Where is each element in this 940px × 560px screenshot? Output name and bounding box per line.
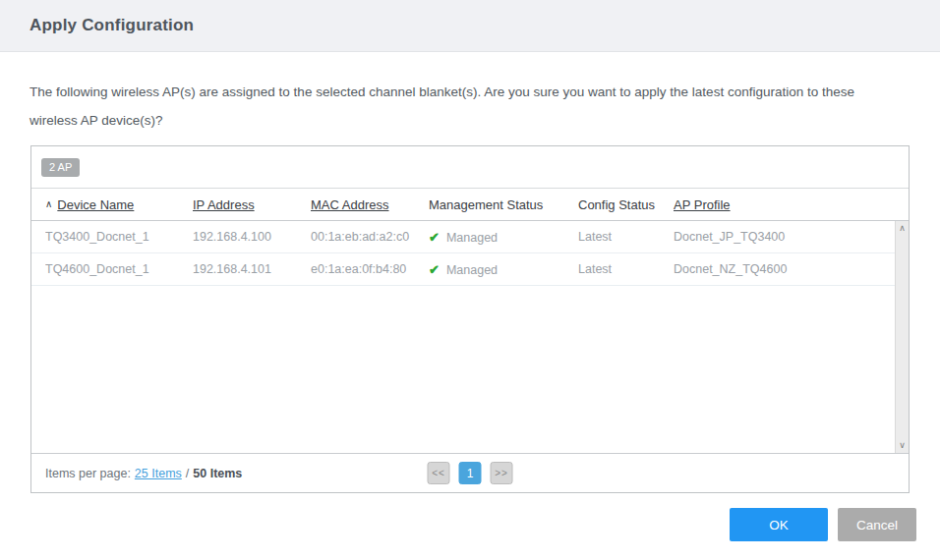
column-header-label: Management Status (429, 197, 543, 212)
cancel-button[interactable]: Cancel (838, 508, 916, 541)
column-header-label: Config Status (578, 197, 655, 212)
next-page-button[interactable]: >> (491, 462, 513, 484)
ip-address-cell: 192.168.4.101 (193, 262, 311, 276)
table-row[interactable]: TQ3400_Docnet_1 192.168.4.100 00:1a:eb:a… (31, 221, 909, 253)
column-header-label: MAC Address (311, 197, 388, 212)
ok-button[interactable]: OK (730, 508, 828, 541)
confirmation-message: The following wireless AP(s) are assigne… (29, 78, 895, 135)
device-name-cell: TQ3400_Docnet_1 (45, 230, 193, 244)
management-status-cell: ✔Managed (429, 262, 578, 277)
ip-address-cell: 192.168.4.100 (193, 230, 311, 244)
sort-asc-icon: ∧ (45, 198, 52, 209)
table-row[interactable]: TQ4600_Docnet_1 192.168.4.101 e0:1a:ea:0… (31, 253, 909, 286)
dialog-actions: OK Cancel (730, 508, 916, 541)
page-title: Apply Configuration (29, 16, 194, 35)
management-status-text: Managed (446, 263, 498, 277)
scroll-down-icon[interactable]: ∨ (899, 441, 906, 450)
device-name-cell: TQ4600_Docnet_1 (45, 262, 193, 276)
column-header-label: Device Name (57, 197, 134, 212)
managed-check-icon: ✔ (429, 262, 440, 277)
current-page-button[interactable]: 1 (459, 462, 482, 484)
column-header-label: IP Address (193, 197, 255, 212)
table-body: TQ3400_Docnet_1 192.168.4.100 00:1a:eb:a… (31, 221, 909, 453)
total-items-label: 50 Items (193, 467, 242, 480)
column-header-label: AP Profile (674, 197, 731, 212)
ap-profile-cell: Docnet_JP_TQ3400 (674, 230, 893, 244)
mac-address-cell: 00:1a:eb:ad:a2:c0 (311, 230, 429, 244)
column-header-config-status: Config Status (578, 197, 674, 212)
column-header-device-name[interactable]: ∧ Device Name (45, 197, 193, 212)
column-header-management-status: Management Status (429, 197, 578, 212)
dialog-title-bar: Apply Configuration (0, 0, 940, 52)
column-header-ap-profile[interactable]: AP Profile (674, 197, 909, 212)
items-per-page-link[interactable]: 25 Items (135, 467, 182, 480)
config-status-cell: Latest (578, 230, 674, 244)
prev-page-button[interactable]: << (428, 462, 450, 484)
scroll-up-icon[interactable]: ∧ (899, 224, 906, 233)
pagination: << 1 >> (428, 462, 513, 484)
ap-count-badge: 2 AP (41, 158, 80, 177)
column-header-ip-address[interactable]: IP Address (193, 197, 311, 212)
management-status-text: Managed (446, 231, 498, 245)
managed-check-icon: ✔ (429, 230, 440, 245)
ap-table-panel: 2 AP ∧ Device Name IP Address MAC Addres… (30, 145, 910, 493)
vertical-scrollbar[interactable]: ∧ ∨ (895, 221, 909, 453)
items-per-page-label: Items per page: (45, 467, 131, 480)
badge-row: 2 AP (31, 146, 909, 189)
table-header-row: ∧ Device Name IP Address MAC Address Man… (31, 189, 909, 221)
mac-address-cell: e0:1a:ea:0f:b4:80 (311, 262, 429, 276)
table-footer: Items per page: 25 Items / 50 Items << 1… (31, 453, 909, 492)
items-per-page: Items per page: 25 Items / 50 Items (45, 467, 242, 480)
management-status-cell: ✔Managed (429, 230, 578, 245)
column-header-mac-address[interactable]: MAC Address (311, 197, 429, 212)
config-status-cell: Latest (578, 262, 674, 276)
items-separator: / (186, 467, 189, 480)
ap-profile-cell: Docnet_NZ_TQ4600 (674, 262, 893, 276)
